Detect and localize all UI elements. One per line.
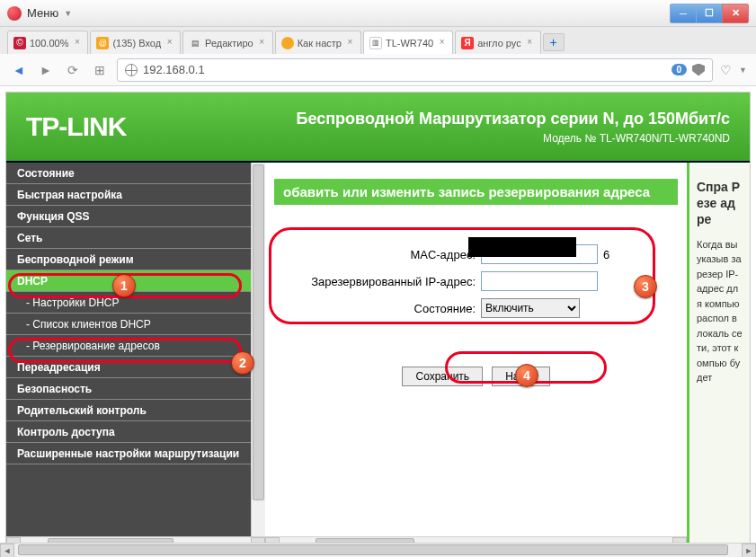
nav-item-6[interactable]: - Настройки DHCP	[6, 292, 265, 314]
menu-chevron-icon: ▼	[64, 9, 72, 18]
page-hscroll[interactable]: ◄►	[0, 543, 756, 557]
tab-close-icon[interactable]: ×	[72, 38, 82, 48]
back-button[interactable]: ◄	[9, 60, 29, 80]
marker-1: 1	[112, 274, 136, 297]
marker-2: 2	[231, 351, 254, 375]
close-button[interactable]: ✕	[722, 4, 749, 23]
page-viewport: TP-LINK Беспроводной Маршрутизатор серии…	[0, 86, 756, 557]
page-title: обавить или изменить запись резервирован…	[274, 179, 678, 205]
nav-item-9[interactable]: Переадресация	[6, 357, 265, 378]
help-title: Спра Резе адре	[697, 179, 743, 228]
nav-item-12[interactable]: Контроль доступа	[6, 421, 265, 443]
reload-button[interactable]: ⟳	[63, 60, 83, 80]
help-panel: Спра Резе адре Когда вы указыв зарезер I…	[687, 163, 750, 551]
tplink-logo: TP-LINK	[26, 111, 126, 142]
tab-close-icon[interactable]: ×	[165, 38, 174, 48]
address-bar: ◄ ► ⟳ ⊞ 192.168.0.1 0 ♡ ▼	[0, 54, 756, 86]
tab-2[interactable]: ▤Редактиро×	[182, 31, 273, 54]
sidebar-nav: СостояниеБыстрая настройкаФункция QSSСет…	[6, 163, 265, 551]
titlebar-left: Меню ▼	[7, 6, 72, 21]
blocker-badge[interactable]: 0	[672, 64, 688, 75]
nav-item-1[interactable]: Быстрая настройка	[6, 184, 265, 206]
router-banner: TP-LINK Беспроводной Маршрутизатор серии…	[6, 93, 750, 163]
url-text: 192.168.0.1	[143, 63, 666, 76]
tab-label: 100.00%	[30, 38, 68, 49]
banner-subtitle: Модель № TL-WR740N/TL-WR740ND	[296, 132, 730, 145]
tab-label: Редактиро	[205, 38, 253, 49]
address-input[interactable]: 192.168.0.1 0	[117, 58, 713, 82]
tab-close-icon[interactable]: ×	[345, 38, 355, 48]
menu-button[interactable]: Меню	[27, 6, 58, 20]
tab-close-icon[interactable]: ×	[257, 38, 267, 48]
button-row: Сохранить Назад	[274, 367, 678, 386]
tab-5[interactable]: Яангло рус×	[455, 31, 541, 54]
nav-item-8[interactable]: - Резервирование адресов	[6, 335, 265, 357]
nav-scrollbar[interactable]	[251, 163, 265, 536]
shield-icon[interactable]	[692, 64, 705, 76]
nav-item-10[interactable]: Безопасность	[6, 378, 265, 400]
forward-button[interactable]: ►	[36, 60, 56, 80]
toolbar-chevron-icon: ▼	[739, 66, 747, 75]
save-button[interactable]: Сохранить	[402, 367, 483, 386]
maximize-button[interactable]: ☐	[696, 4, 723, 23]
nav-item-2[interactable]: Функция QSS	[6, 206, 265, 227]
ip-label: Зарезервированный IP-адрес:	[287, 275, 476, 288]
nav-item-5[interactable]: DHCP	[6, 270, 265, 292]
new-tab-button[interactable]: +	[543, 33, 565, 51]
tab-label: Как настр	[298, 38, 342, 49]
nav-item-0[interactable]: Состояние	[6, 163, 265, 184]
tab-close-icon[interactable]: ×	[437, 38, 447, 48]
state-label: Состояние:	[287, 302, 476, 315]
marker-3: 3	[634, 275, 657, 298]
marker-4: 4	[515, 364, 538, 387]
tab-label: англо рус	[477, 38, 521, 49]
window-titlebar: Меню ▼ ─ ☐ ✕	[0, 0, 756, 27]
tab-close-icon[interactable]: ×	[525, 38, 535, 48]
mac-overlay	[468, 237, 576, 257]
tab-label: (135) Вход	[112, 38, 161, 49]
tab-1[interactable]: @(135) Вход×	[90, 31, 181, 54]
nav-item-11[interactable]: Родительский контроль	[6, 400, 265, 421]
nav-item-3[interactable]: Сеть	[6, 227, 265, 249]
window-buttons: ─ ☐ ✕	[671, 4, 749, 23]
nav-item-7[interactable]: - Список клиентов DHCP	[6, 314, 265, 335]
tab-3[interactable]: Как настр×	[275, 31, 361, 54]
mac-label: MAC-адрес:	[287, 248, 476, 261]
help-body: Когда вы указыв зарезер IP-адрес для ком…	[697, 237, 743, 385]
mac-suffix: 6	[603, 248, 609, 261]
nav-item-4[interactable]: Беспроводной режим	[6, 249, 265, 270]
tab-0[interactable]: ©100.00%×	[7, 31, 88, 54]
globe-icon	[125, 64, 138, 76]
tab-label: TL-WR740	[386, 38, 433, 49]
banner-title: Беспроводной Маршрутизатор серии N, до 1…	[296, 110, 730, 128]
bookmark-heart-icon[interactable]: ♡	[720, 63, 732, 77]
speed-dial-button[interactable]: ⊞	[90, 60, 110, 80]
tab-strip: ©100.00%× @(135) Вход× ▤Редактиро× Как н…	[0, 27, 756, 54]
tab-4[interactable]: ▥TL-WR740×	[363, 31, 453, 54]
main-panel: обавить или изменить запись резервирован…	[265, 163, 687, 551]
ip-input[interactable]	[481, 271, 598, 291]
nav-item-13[interactable]: Расширенные настройки маршрутизации	[6, 443, 265, 464]
minimize-button[interactable]: ─	[670, 4, 697, 23]
opera-icon	[7, 6, 22, 21]
state-select[interactable]: Включить	[481, 298, 580, 318]
